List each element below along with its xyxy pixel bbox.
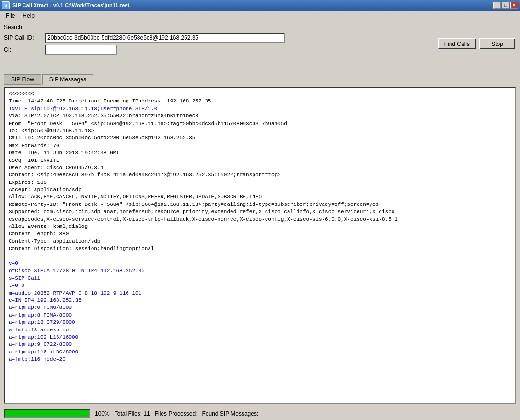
title-bar: S SIP Call Xtract - v0.1 C:\Work\Traces\… (0, 0, 520, 11)
search-label: Search (4, 24, 516, 31)
progress-bar (5, 410, 89, 417)
files-processed-label: Files Processed: (155, 410, 197, 417)
content-line: v=0 (9, 260, 511, 267)
total-files-label: Total Files: 11 (115, 410, 150, 417)
window-title: SIP Call Xtract - v0.1 C:\Work\Traces\ju… (12, 2, 129, 8)
close-button[interactable]: ✕ (510, 2, 518, 9)
content-line: <<<<<<<<--------------------------------… (9, 91, 511, 98)
content-line: Max-Forwards: 70 (9, 142, 511, 149)
content-line (9, 253, 511, 260)
stop-button[interactable]: Stop (479, 38, 515, 49)
menu-help[interactable]: Help (19, 11, 38, 20)
find-stop-row: Find Calls Stop (4, 38, 516, 49)
main-window: Search SIP Call-ID: CI: Find Calls Stop … (0, 21, 520, 407)
found-sip-label: Found SIP Messages: (202, 410, 258, 417)
content-line: m=audio 20852 RTP/AVP 0 8 18 102 9 116 1… (9, 290, 511, 297)
content-line: a=rtpmap:8 PCMA/8000 (9, 312, 511, 319)
content-line: To: <sip:507@192.168.11.18> (9, 127, 511, 135)
status-bar: 100% Total Files: 11 Files Processed: Fo… (0, 407, 520, 420)
content-line: From: "Front Desk - 5684" <sip:5684@192.… (9, 120, 511, 127)
title-bar-left: S SIP Call Xtract - v0.1 C:\Work\Traces\… (2, 1, 129, 9)
content-line: Call-ID: 20bbc0dc-3d5b00bc-5dfd2280-6e58… (9, 135, 511, 142)
find-calls-button[interactable]: Find Calls (438, 38, 476, 49)
content-line: a=rtpmap:18 G729/8000 (9, 319, 511, 326)
content-line: Remote-Party-ID: "Front Desk - 5684" <si… (9, 201, 511, 208)
title-bar-buttons: _ □ ✕ (493, 2, 518, 9)
content-line: a=rtpmap:116 iLBC/8000 (9, 349, 511, 356)
content-line: Time: 14:42:48.725 Direction: Incoming I… (9, 98, 511, 105)
progress-label: 100% (95, 410, 110, 417)
content-line: a=fmtp:116 mode=20 (9, 356, 511, 363)
app-icon: S (2, 1, 10, 9)
menu-bar: File Help (0, 11, 520, 21)
content-line: c=IN IP4 192.168.252.35 (9, 297, 511, 304)
content-line: Allow: ACK,BYE,CANCEL,INVITE,NOTIFY,OPTI… (9, 193, 511, 201)
content-line: Content-Type: application/sdp (9, 238, 511, 245)
content-line: User-Agent: Cisco-CP6945/9.3.1 (9, 164, 511, 171)
content-line: Content-Disposition: session;handling=op… (9, 245, 511, 252)
content-line: CSeq: 101 INVITE (9, 157, 511, 164)
content-line: Content-Length: 380 (9, 230, 511, 238)
content-line: INVITE sip:507@192.168.11.18;user=phone … (9, 105, 511, 113)
content-line: Via: SIP/2.0/TCP 192.168.252.35:55022;br… (9, 113, 511, 120)
content-line: a=rtpmap:9 G722/8000 (9, 341, 511, 348)
content-line: Allow-Events: kpml,dialog (9, 223, 511, 230)
content-line: s=SIP Call (9, 275, 511, 282)
tabs-section: SIP Flow SIP Messages (4, 74, 516, 85)
content-line: a=fmtp:18 annexb=no (9, 327, 511, 334)
progress-container (4, 409, 90, 418)
content-line: Date: Tue, 11 Jun 2013 19:42:48 GMT (9, 149, 511, 157)
content-line: a=rtpmap:102 L16/16000 (9, 334, 511, 341)
maximize-button[interactable]: □ (502, 2, 509, 9)
tab-sip-flow[interactable]: SIP Flow (4, 74, 41, 85)
content-line: t=0 0 (9, 282, 511, 289)
content-line: Expires: 180 (9, 179, 511, 186)
content-line: escapecodes,X-cisco-service-control,X-ci… (9, 216, 511, 223)
content-line: Supported: com.cisco,join,sdp-anat,noref… (9, 208, 511, 216)
content-line: Accept: application/sdp (9, 186, 511, 193)
menu-file[interactable]: File (2, 11, 19, 20)
minimize-button[interactable]: _ (493, 2, 501, 9)
tab-sip-messages[interactable]: SIP Messages (42, 74, 93, 85)
content-line: o=Cisco-SIPUA 17728 0 IN IP4 192.168.252… (9, 267, 511, 274)
content-line: Contact: <sip:49eec8c9-897b-f4c8-411a-ed… (9, 171, 511, 179)
content-area: <<<<<<<<--------------------------------… (4, 87, 516, 404)
content-scroll[interactable]: <<<<<<<<--------------------------------… (5, 88, 515, 403)
content-line: a=rtpmap:0 PCMU/8000 (9, 304, 511, 311)
